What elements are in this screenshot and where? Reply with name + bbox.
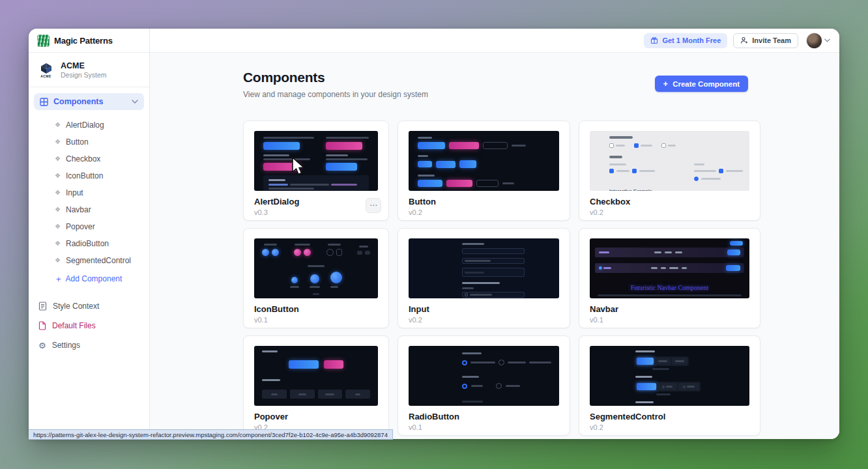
document-icon xyxy=(38,302,47,311)
footer-item-label: Style Context xyxy=(53,302,99,311)
user-plus-icon xyxy=(740,36,748,44)
acme-logo-icon: ACME xyxy=(37,63,55,78)
magic-patterns-logo-icon xyxy=(37,35,50,47)
component-card-checkbox[interactable]: Interactive Example Checkbox v0.2 xyxy=(579,121,760,221)
sidebar: Magic Patterns ACME ACME Design System xyxy=(29,29,150,439)
iconbutton-thumbnail xyxy=(254,238,378,298)
create-component-label: Create Component xyxy=(673,80,740,88)
sub-item-label: Navbar xyxy=(66,205,91,214)
gift-icon xyxy=(650,36,658,44)
component-icon: ❖ xyxy=(55,257,61,264)
sidebar-item-button[interactable]: ❖Button xyxy=(29,134,149,150)
add-component-label: Add Component xyxy=(66,274,123,283)
navbar-thumbnail: Futuristic Navbar Component xyxy=(590,238,749,298)
sidebar-divider xyxy=(29,87,149,87)
card-name: IconButton xyxy=(254,304,378,314)
main-content: Components View and manage components in… xyxy=(150,53,839,439)
thumb-code-block xyxy=(263,175,369,191)
app-window: Magic Patterns ACME ACME Design System xyxy=(29,29,839,439)
avatar xyxy=(807,33,822,48)
workspace-switcher[interactable]: ACME ACME Design System xyxy=(29,53,149,87)
app-logo-row[interactable]: Magic Patterns xyxy=(29,29,149,53)
card-name: Checkbox xyxy=(590,197,749,206)
sidebar-item-radiobutton[interactable]: ❖RadioButton xyxy=(29,235,149,252)
card-name: Popover xyxy=(254,412,378,421)
component-icon: ❖ xyxy=(55,173,61,179)
component-card-segmentedcontrol[interactable]: SegmentedControl v0.2 xyxy=(579,335,760,436)
thumb-navbar-2 xyxy=(595,263,744,273)
get-month-free-button[interactable]: Get 1 Month Free xyxy=(644,33,727,48)
invite-team-button[interactable]: Invite Team xyxy=(733,33,798,48)
sub-item-label: AlertDialog xyxy=(66,121,104,130)
card-name: Input xyxy=(409,304,559,314)
sub-item-label: RadioButton xyxy=(66,239,109,248)
component-icon: ❖ xyxy=(55,206,61,213)
card-version: v0.2 xyxy=(590,423,749,431)
component-card-button[interactable]: Button v0.2 xyxy=(398,121,570,221)
account-menu[interactable] xyxy=(807,33,830,48)
content-column: Get 1 Month Free Invite Team Components … xyxy=(150,29,839,439)
plus-icon: + xyxy=(56,275,61,283)
component-card-alertdialog[interactable]: AlertDialog v0.3 ⋯ xyxy=(243,121,389,221)
checkbox-thumbnail: Interactive Example xyxy=(590,131,749,191)
sub-item-label: Input xyxy=(66,188,83,197)
card-name: AlertDialog xyxy=(254,197,378,206)
plus-icon: + xyxy=(663,79,669,88)
create-component-button[interactable]: + Create Component xyxy=(655,76,748,92)
sub-item-label: Checkbox xyxy=(66,154,100,163)
component-icon: ❖ xyxy=(55,240,61,247)
card-version: v0.2 xyxy=(409,208,559,216)
sub-item-label: SegmentedControl xyxy=(66,256,131,265)
card-name: RadioButton xyxy=(409,412,559,421)
component-card-input[interactable]: Input v0.2 xyxy=(398,228,570,328)
thumb-group xyxy=(326,154,369,171)
sidebar-item-default-files[interactable]: Default Files xyxy=(29,316,149,335)
sidebar-item-iconbutton[interactable]: ❖IconButton xyxy=(29,167,149,184)
page-title: Components xyxy=(243,70,428,85)
sidebar-item-segmentedcontrol[interactable]: ❖SegmentedControl xyxy=(29,252,149,269)
chevron-down-icon xyxy=(824,38,830,42)
card-more-button[interactable]: ⋯ xyxy=(366,198,381,213)
sidebar-item-checkbox[interactable]: ❖Checkbox xyxy=(29,150,149,167)
page-header: Components View and manage components in… xyxy=(243,70,748,99)
component-sub-list: ❖AlertDialog ❖Button ❖Checkbox ❖IconButt… xyxy=(29,117,149,289)
thumb-group xyxy=(263,137,314,150)
radiobutton-thumbnail xyxy=(409,346,559,406)
sidebar-item-label: Components xyxy=(53,97,103,106)
invite-team-label: Invite Team xyxy=(752,36,791,44)
sidebar-item-alertdialog[interactable]: ❖AlertDialog xyxy=(29,117,149,134)
sidebar-item-navbar[interactable]: ❖Navbar xyxy=(29,201,149,218)
add-component-button[interactable]: + Add Component xyxy=(29,269,149,289)
component-icon: ❖ xyxy=(55,156,61,162)
workspace-subtitle: Design System xyxy=(61,71,107,79)
card-name: Navbar xyxy=(590,304,749,314)
sidebar-item-components[interactable]: Components xyxy=(34,93,144,110)
top-bar: Get 1 Month Free Invite Team xyxy=(150,29,839,53)
component-icon: ❖ xyxy=(55,139,61,145)
card-name: Button xyxy=(409,197,559,206)
component-card-radiobutton[interactable]: RadioButton v0.1 xyxy=(398,335,570,436)
component-card-navbar[interactable]: Futuristic Navbar Component Navbar v0.1 xyxy=(579,228,760,328)
card-version: v0.3 xyxy=(254,208,378,216)
card-name: SegmentedControl xyxy=(590,412,749,421)
grid-icon xyxy=(40,98,48,106)
component-card-iconbutton[interactable]: IconButton v0.1 xyxy=(243,228,389,328)
component-card-popover[interactable]: Popover v0.2 xyxy=(243,335,389,436)
footer-item-label: Settings xyxy=(52,341,80,350)
thumb-group xyxy=(263,154,314,171)
sidebar-item-style-context[interactable]: Style Context xyxy=(29,296,149,316)
file-icon xyxy=(38,321,46,330)
card-version: v0.1 xyxy=(590,316,749,324)
component-icon: ❖ xyxy=(55,223,61,230)
sub-item-label: IconButton xyxy=(66,171,103,180)
gear-icon: ⚙ xyxy=(38,341,46,350)
component-grid: AlertDialog v0.3 ⋯ xyxy=(243,121,748,436)
card-version: v0.1 xyxy=(409,423,559,431)
sidebar-item-settings[interactable]: ⚙ Settings xyxy=(29,335,149,355)
thumb-group xyxy=(326,137,369,150)
sidebar-item-popover[interactable]: ❖Popover xyxy=(29,218,149,235)
sidebar-item-input[interactable]: ❖Input xyxy=(29,184,149,201)
segmentedcontrol-thumbnail xyxy=(590,346,749,406)
thumb-navbar-1 xyxy=(595,248,744,257)
card-version: v0.2 xyxy=(409,316,559,324)
